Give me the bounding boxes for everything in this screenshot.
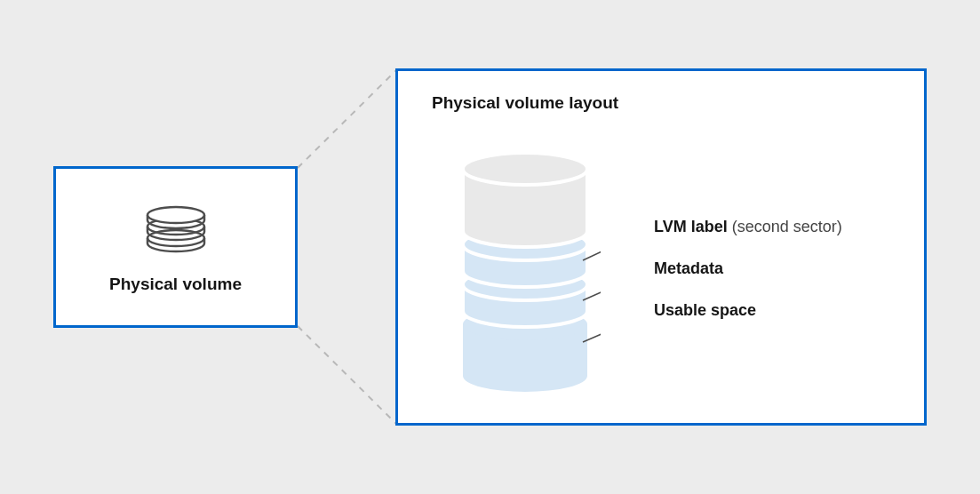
callout-metadata: Metadata bbox=[654, 259, 912, 278]
callout-lvm-label-paren: (second sector) bbox=[732, 218, 842, 235]
callout-usable-space-text: Usable space bbox=[654, 301, 756, 319]
layout-cylinder-stack bbox=[450, 147, 601, 404]
layer-callouts: LVM label (second sector) Metadata Usabl… bbox=[654, 218, 912, 343]
callout-usable-space: Usable space bbox=[654, 301, 912, 320]
physical-volume-label: Physical volume bbox=[109, 275, 242, 294]
callout-lvm-label: LVM label (second sector) bbox=[654, 218, 912, 236]
layout-title: Physical volume layout bbox=[432, 93, 618, 113]
callout-lvm-label-text: LVM label bbox=[654, 218, 728, 235]
svg-line-0 bbox=[298, 70, 396, 168]
svg-line-1 bbox=[298, 326, 396, 424]
physical-volume-layout-box: Physical volume layout bbox=[395, 68, 927, 426]
diagram-canvas: Physical volume Physical volume layout bbox=[0, 0, 980, 494]
svg-point-8 bbox=[463, 153, 587, 185]
callout-metadata-text: Metadata bbox=[654, 259, 723, 277]
physical-volume-box: Physical volume bbox=[53, 166, 298, 328]
svg-point-4 bbox=[147, 207, 204, 223]
disk-stack-icon bbox=[141, 200, 211, 259]
